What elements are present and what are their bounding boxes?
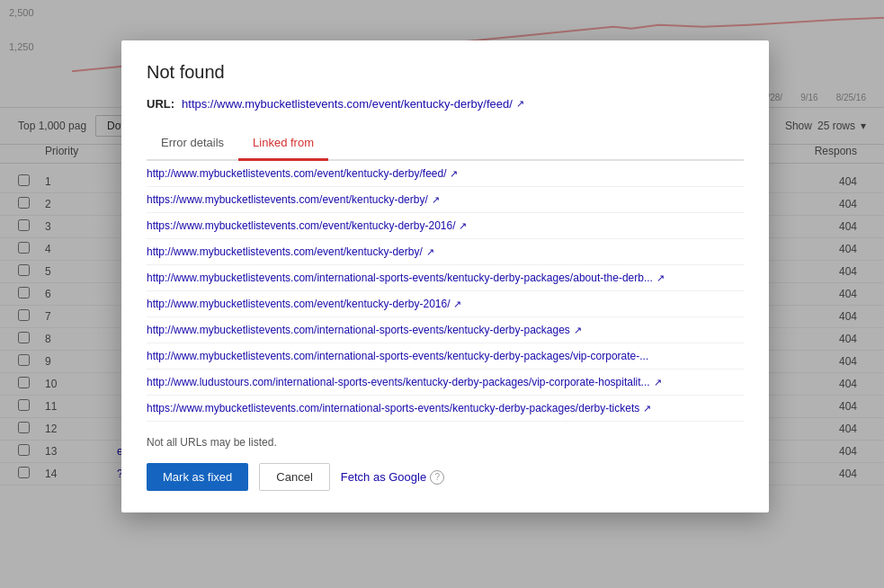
external-link-icon: ↗ bbox=[656, 272, 665, 284]
url-link[interactable]: https://www.mybucketlistevents.com/event… bbox=[182, 97, 513, 111]
external-link-icon: ↗ bbox=[643, 403, 651, 414]
external-link-icon: ↗ bbox=[654, 377, 662, 388]
external-link-icon: ↗ bbox=[432, 194, 440, 206]
cancel-button[interactable]: Cancel bbox=[259, 463, 329, 491]
help-icon[interactable]: ? bbox=[430, 470, 444, 485]
links-list: http://www.mybucketlistevents.com/event/… bbox=[147, 161, 744, 422]
tabs-container: Error details Linked from bbox=[147, 127, 744, 161]
linked-url[interactable]: http://www.mybucketlistevents.com/intern… bbox=[147, 324, 570, 336]
url-label: URL: bbox=[147, 97, 174, 111]
external-link-icon: ↗ bbox=[574, 325, 582, 336]
list-item: http://www.mybucketlistevents.com/intern… bbox=[147, 265, 744, 291]
actions-row: Mark as fixed Cancel Fetch as Google ? bbox=[147, 463, 744, 491]
url-row: URL: https://www.mybucketlistevents.com/… bbox=[147, 97, 744, 111]
linked-url[interactable]: https://www.mybucketlistevents.com/inter… bbox=[147, 402, 639, 414]
linked-url[interactable]: http://www.mybucketlistevents.com/intern… bbox=[147, 350, 648, 362]
list-item: http://www.mybucketlistevents.com/event/… bbox=[147, 161, 744, 187]
external-link-icon: ↗ bbox=[459, 220, 467, 232]
external-link-icon: ↗ bbox=[453, 298, 461, 310]
list-item: https://www.mybucketlistevents.com/inter… bbox=[147, 396, 744, 422]
list-item: http://www.mybucketlistevents.com/event/… bbox=[147, 291, 744, 317]
external-link-icon: ↗ bbox=[450, 168, 458, 180]
list-item: https://www.mybucketlistevents.com/event… bbox=[147, 213, 744, 239]
external-link-icon: ↗ bbox=[426, 246, 434, 258]
linked-url[interactable]: https://www.mybucketlistevents.com/event… bbox=[147, 219, 455, 232]
tab-linked-from[interactable]: Linked from bbox=[238, 127, 328, 161]
list-item: http://www.mybucketlistevents.com/event/… bbox=[147, 239, 744, 265]
modal-dialog: Not found URL: https://www.mybucketliste… bbox=[121, 40, 769, 512]
linked-url[interactable]: https://www.mybucketlistevents.com/event… bbox=[147, 193, 428, 206]
fetch-as-google-link[interactable]: Fetch as Google bbox=[341, 470, 426, 484]
url-note: Not all URLs may be listed. bbox=[147, 436, 744, 449]
modal-title: Not found bbox=[147, 62, 744, 83]
list-item: https://www.mybucketlistevents.com/event… bbox=[147, 187, 744, 213]
list-item: http://www.ludustours.com/international-… bbox=[147, 370, 744, 396]
external-link-icon: ↗ bbox=[516, 98, 524, 110]
linked-url[interactable]: http://www.mybucketlistevents.com/event/… bbox=[147, 167, 446, 180]
linked-url[interactable]: http://www.mybucketlistevents.com/intern… bbox=[147, 272, 653, 284]
linked-url[interactable]: http://www.mybucketlistevents.com/event/… bbox=[147, 245, 423, 258]
tab-error-details[interactable]: Error details bbox=[147, 127, 238, 161]
mark-as-fixed-button[interactable]: Mark as fixed bbox=[147, 463, 248, 491]
linked-url[interactable]: http://www.ludustours.com/international-… bbox=[147, 376, 650, 388]
linked-url[interactable]: http://www.mybucketlistevents.com/event/… bbox=[147, 298, 450, 310]
list-item: http://www.mybucketlistevents.com/intern… bbox=[147, 343, 744, 370]
list-item: http://www.mybucketlistevents.com/intern… bbox=[147, 317, 744, 343]
